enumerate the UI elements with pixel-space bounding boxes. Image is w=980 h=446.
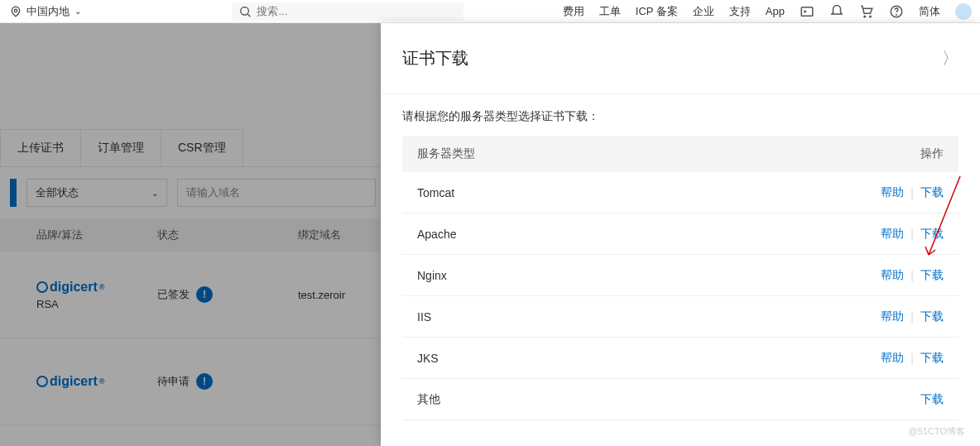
action-cell: 帮助|下载 xyxy=(881,227,944,242)
th-action: 操作 xyxy=(894,146,944,161)
download-row: IIS帮助|下载 xyxy=(402,296,958,338)
download-link[interactable]: 下载 xyxy=(920,309,944,324)
server-type-label: IIS xyxy=(417,310,881,324)
svg-rect-2 xyxy=(801,7,813,16)
action-cell: 下载 xyxy=(920,392,944,407)
help-link[interactable]: 帮助 xyxy=(881,268,904,283)
action-cell: 帮助|下载 xyxy=(881,309,944,324)
server-type-label: JKS xyxy=(417,352,881,365)
download-row: JKS帮助|下载 xyxy=(402,338,958,379)
separator: | xyxy=(910,269,914,282)
nav-ticket[interactable]: 工单 xyxy=(599,4,621,19)
help-link[interactable]: 帮助 xyxy=(881,351,904,366)
action-cell: 帮助|下载 xyxy=(881,351,944,366)
separator: | xyxy=(910,228,914,241)
panel-title: 证书下载 xyxy=(402,47,468,70)
svg-point-1 xyxy=(241,7,249,15)
cart-icon[interactable] xyxy=(859,4,874,19)
nav-app[interactable]: App xyxy=(766,5,785,17)
bell-icon[interactable] xyxy=(829,4,844,19)
download-table-header: 服务器类型 操作 xyxy=(402,136,958,172)
help-link[interactable]: 帮助 xyxy=(881,227,904,242)
action-cell: 帮助|下载 xyxy=(881,268,944,283)
download-row: Apache帮助|下载 xyxy=(402,213,958,255)
top-nav: 中国内地 ⌄ 费用 工单 ICP 备案 企业 支持 App 简体 xyxy=(0,0,980,23)
download-row: Tomcat帮助|下载 xyxy=(402,172,958,213)
separator: | xyxy=(910,352,914,365)
location-icon xyxy=(10,6,22,17)
help-link[interactable]: 帮助 xyxy=(881,309,904,324)
svg-point-3 xyxy=(864,16,866,17)
close-icon[interactable]: 〉 xyxy=(942,47,958,70)
separator: | xyxy=(910,186,914,199)
panel-subtitle: 请根据您的服务器类型选择证书下载： xyxy=(381,94,980,136)
download-link[interactable]: 下载 xyxy=(920,351,944,366)
nav-right: 费用 工单 ICP 备案 企业 支持 App 简体 xyxy=(563,3,980,20)
search-input[interactable] xyxy=(257,5,457,17)
download-link[interactable]: 下载 xyxy=(920,268,944,283)
lang-selector[interactable]: 简体 xyxy=(919,4,940,19)
nav-enterprise[interactable]: 企业 xyxy=(693,4,714,19)
avatar[interactable] xyxy=(955,3,972,20)
download-link[interactable]: 下载 xyxy=(920,185,944,200)
watermark: @51CTO博客 xyxy=(909,425,965,438)
server-type-label: Tomcat xyxy=(417,186,881,199)
server-type-label: Nginx xyxy=(417,269,881,282)
download-panel: 证书下载 〉 请根据您的服务器类型选择证书下载： 服务器类型 操作 Tomcat… xyxy=(381,23,980,446)
action-cell: 帮助|下载 xyxy=(881,185,944,200)
search-box[interactable] xyxy=(232,2,464,21)
server-type-label: 其他 xyxy=(417,392,920,407)
svg-point-4 xyxy=(870,16,872,17)
panel-header: 证书下载 〉 xyxy=(381,23,980,94)
region-selector[interactable]: 中国内地 ⌄ xyxy=(0,4,91,19)
download-link[interactable]: 下载 xyxy=(920,227,944,242)
help-link[interactable]: 帮助 xyxy=(881,185,904,200)
nav-icp[interactable]: ICP 备案 xyxy=(636,4,678,19)
region-label: 中国内地 xyxy=(26,4,70,19)
terminal-icon[interactable] xyxy=(800,4,814,19)
nav-support[interactable]: 支持 xyxy=(729,4,751,19)
download-link[interactable]: 下载 xyxy=(920,392,944,407)
download-row: Nginx帮助|下载 xyxy=(402,255,958,296)
separator: | xyxy=(910,310,914,324)
svg-point-0 xyxy=(14,9,17,12)
th-server-type: 服务器类型 xyxy=(417,146,894,161)
help-icon[interactable] xyxy=(889,4,904,19)
nav-fee[interactable]: 费用 xyxy=(563,4,584,19)
svg-point-6 xyxy=(896,14,897,15)
server-type-label: Apache xyxy=(417,228,881,241)
chevron-down-icon: ⌄ xyxy=(74,7,81,16)
search-icon xyxy=(238,4,252,19)
download-row: 其他下载 xyxy=(402,379,958,420)
